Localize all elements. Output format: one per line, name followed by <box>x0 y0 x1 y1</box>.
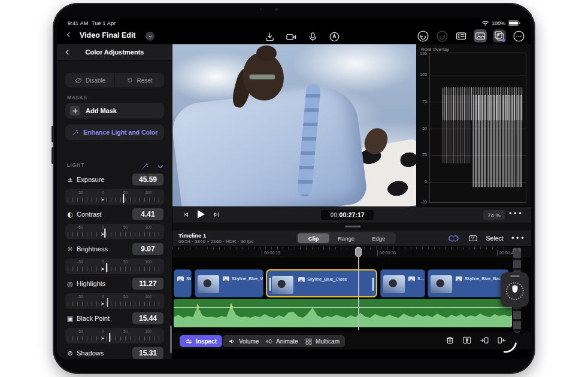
scale-label: 100 <box>145 225 151 229</box>
viewer-more-icon[interactable]: ••• <box>508 209 523 218</box>
jog-wheel-panel[interactable] <box>501 272 529 307</box>
inspector-toggle-button[interactable] <box>454 29 468 42</box>
volume-label: Volume <box>239 338 259 345</box>
timeline-overview-icon[interactable] <box>467 233 479 244</box>
add-mask-label: Add Mask <box>86 107 117 114</box>
slider-value[interactable]: 15.44 <box>132 312 163 324</box>
enhance-light-color-button[interactable]: Enhance Light and Color <box>65 124 164 140</box>
timeline-header: Timeline 1 00:54 · 3840 × 2160 · HDR · 3… <box>172 230 531 247</box>
clip-thumbnail <box>383 275 405 293</box>
mode-range[interactable]: Range <box>330 233 362 243</box>
export-button[interactable] <box>263 30 276 43</box>
light-auto-wand-icon[interactable] <box>141 162 149 170</box>
playhead-line[interactable] <box>358 257 359 330</box>
clock-date: 9:41 AM Tue 1 Apr <box>68 20 116 26</box>
inspector-panel-icon <box>455 30 467 42</box>
select-button[interactable]: Select <box>486 235 504 242</box>
magic-wand-icon <box>71 129 79 136</box>
add-mask-button[interactable]: Add Mask <box>65 103 164 118</box>
media-browser-button[interactable] <box>474 29 487 42</box>
slider-value[interactable]: 45.59 <box>132 174 163 186</box>
timeline-name: Timeline 1 <box>178 232 206 239</box>
disable-button[interactable]: Disable <box>65 73 115 87</box>
reset-button[interactable]: Reset <box>115 73 164 87</box>
clip-label: S...... <box>408 276 425 281</box>
camera-icon <box>286 31 297 42</box>
delete-icon[interactable] <box>445 335 455 345</box>
slider-value[interactable]: 11.27 <box>132 278 163 290</box>
slider-ruler[interactable]: -50050100 <box>65 189 164 205</box>
clip-media-icon <box>456 276 462 281</box>
light-collapse-icon[interactable] <box>158 163 163 168</box>
slider-value[interactable]: 15.31 <box>132 347 163 359</box>
export-icon <box>264 31 275 42</box>
record-video-button[interactable] <box>284 30 298 43</box>
panel-scroll-indicator <box>170 326 172 353</box>
timeline-clip[interactable]: Skyline_Blue_Wide <box>195 269 263 297</box>
timeline-clip[interactable]: Sk...... <box>174 269 192 297</box>
scale-label: 50 <box>123 294 128 299</box>
trim-handle-right[interactable] <box>372 278 374 291</box>
timeline-meta: 00:54 · 3840 × 2160 · HDR · 30 fps <box>178 239 253 244</box>
project-title-dropdown[interactable] <box>146 32 154 41</box>
scale-label: -50 <box>77 190 83 194</box>
more-options-button[interactable] <box>512 29 525 42</box>
viewer-zoom-button[interactable]: 74 % <box>483 210 505 220</box>
media-photo-icon <box>474 30 486 42</box>
slider-highlights: ◎ Highlights 11.27 -50050100 <box>57 279 172 312</box>
volume-button[interactable]: Volume <box>223 335 264 347</box>
voiceover-button[interactable] <box>306 30 319 43</box>
trim-handle-left[interactable] <box>269 278 271 291</box>
panel-header: Color Adjustments <box>57 44 172 60</box>
timeline-more-icon[interactable]: ••• <box>511 234 525 242</box>
previous-frame-icon[interactable] <box>182 211 190 218</box>
pencil-tool-button[interactable] <box>328 30 341 43</box>
slider-ruler[interactable]: -50050100 <box>65 259 164 274</box>
slider-ruler[interactable]: -50050100 <box>65 224 164 239</box>
effects-badge-dot <box>502 39 505 42</box>
status-date: Tue 1 Apr <box>92 20 116 26</box>
slider-black-point: ▣ Black Point 15.44 -50050100 <box>57 314 172 347</box>
project-title[interactable]: Video Final Edit <box>80 31 136 39</box>
undo-button[interactable] <box>416 29 429 42</box>
slider-value[interactable]: 4.41 <box>132 208 163 220</box>
animate-button[interactable]: Animate <box>260 335 304 347</box>
slider-value[interactable]: 9.07 <box>132 243 163 255</box>
multicam-button[interactable]: Multicam <box>299 335 345 347</box>
inspect-button[interactable]: Inspect <box>180 335 222 347</box>
timeline-clip[interactable]: Skyline_Blue_Backgrou <box>428 269 509 297</box>
back-icon[interactable] <box>67 32 72 37</box>
subject-sunglasses <box>249 74 275 80</box>
jog-drag-handle[interactable] <box>510 275 520 277</box>
scale-label: 100 <box>145 260 151 264</box>
mode-clip[interactable]: Clip <box>298 233 329 243</box>
more-ellipsis-icon <box>513 30 525 42</box>
slider-contrast: ◐ Contrast 4.41 -50050100 <box>57 209 172 243</box>
scale-label: 100 <box>145 294 151 299</box>
play-icon[interactable] <box>198 210 205 218</box>
snapping-icon[interactable] <box>447 233 460 244</box>
audio-clip[interactable] <box>174 299 512 327</box>
inspect-sliders-icon <box>185 338 193 345</box>
slider-ruler[interactable]: -50050100 <box>65 293 164 309</box>
scope-waveform-mid <box>472 95 522 187</box>
timeline-clip-selected[interactable]: Skyline_Blue_Close <box>266 269 377 297</box>
mode-edge[interactable]: Edge <box>363 233 395 243</box>
shadows-icon: ⊚ <box>66 349 74 357</box>
inspect-label: Inspect <box>196 338 217 345</box>
timeline-clip[interactable]: S...... <box>380 269 425 297</box>
eye-off-icon <box>74 77 83 84</box>
animate-label: Animate <box>276 338 298 345</box>
insert-clip-icon[interactable] <box>479 335 490 345</box>
split-clip-icon[interactable] <box>462 335 472 345</box>
slider-ruler[interactable]: -50050100 <box>65 328 164 343</box>
timeline-ruler[interactable]: 00:00:15 00:00:30 00:00:45 <box>172 247 531 257</box>
next-frame-icon[interactable] <box>213 211 220 218</box>
scale-label: 0 <box>102 329 104 333</box>
divider-drag-handle[interactable] <box>345 226 360 227</box>
timecode-rest: 00:27:17 <box>340 211 365 218</box>
playhead-handle[interactable] <box>355 247 362 257</box>
effects-browser-button[interactable] <box>493 29 506 42</box>
timecode-display[interactable]: 00:00:27:17 <box>321 210 374 220</box>
slider-label: Black Point <box>77 315 110 322</box>
